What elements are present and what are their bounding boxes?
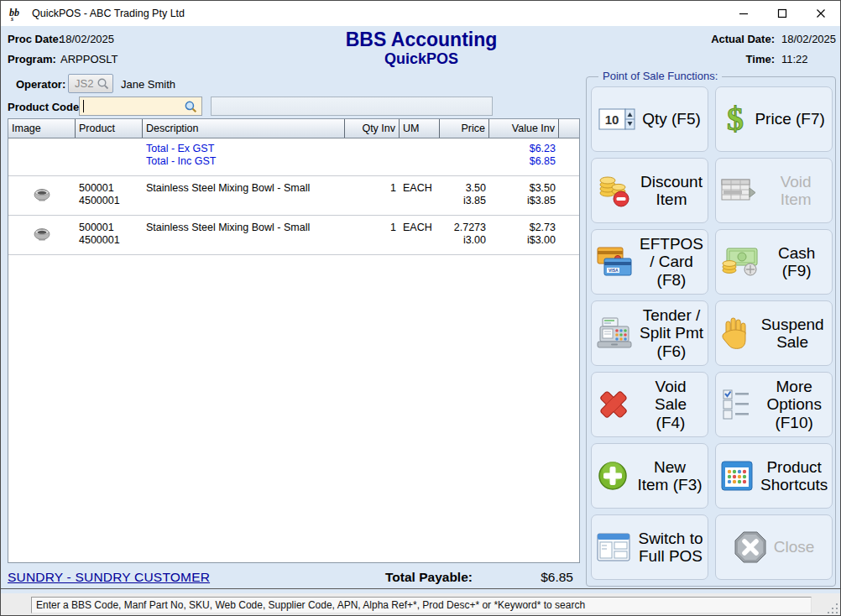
void-item-button[interactable]: Void Item [715,158,833,223]
product-thumbnail-bowl-icon [32,187,52,202]
item-um: EACH [400,182,440,207]
hand-icon [720,316,750,351]
item-price-ex: 3.50 [443,182,486,195]
app-logo-icon: bb s [8,5,25,22]
new-item-button[interactable]: New Item (F3) [591,443,708,509]
operator-code-field[interactable]: JS2 [68,74,113,93]
dollar-icon: $ [723,102,748,137]
column-header-filler [559,119,579,138]
red-x-icon [596,387,631,422]
quickpos-window: bb s QuickPOS - ABC Trading Pty Ltd Proc… [0,0,841,616]
total-inc-gst-label: Total - Inc GST [143,155,345,168]
coins-discount-icon [596,173,633,208]
item-value-ex: $3.50 [493,182,556,195]
item-description: Stainless Steel Mixing Bowl - Small [143,182,345,207]
product-code-1: 500001 [79,182,139,195]
switch-full-pos-button[interactable]: Switch to Full POS [591,514,708,580]
close-octagon-icon [734,530,767,564]
actual-date-value: 18/02/2025 [781,33,836,45]
product-thumbnail-bowl-icon [32,227,52,242]
column-header-value-inv[interactable]: Value Inv [489,119,559,138]
column-header-product[interactable]: Product [76,119,143,138]
minimize-button[interactable] [724,1,763,26]
pos-functions-legend: Point of Sale Functions: [598,70,722,82]
shortcut-grid-icon [720,460,754,492]
maximize-button[interactable] [763,1,802,26]
eftpos-card-button[interactable]: VISA EFTPOS / Card (F8) [591,229,708,295]
column-header-price[interactable]: Price [440,119,489,138]
totals-section: Total - Ex GST $6.23 Total - Inc GST $6.… [8,138,579,176]
total-ex-gst-value: $6.23 [489,143,559,155]
item-value-ex: $2.73 [493,222,556,234]
svg-text:$: $ [727,102,744,137]
actual-date-label: Actual Date: [674,33,775,45]
more-options-button[interactable]: More Options (F10) [715,372,833,437]
resize-grip-icon[interactable] [827,603,838,613]
pos-functions-group: Point of Sale Functions: 10 Qty (F5) [586,76,836,587]
svg-text:10: 10 [605,112,619,127]
close-icon [816,8,826,18]
statusbar-divider [1,588,841,589]
tender-split-button[interactable]: Tender / Split Pmt (F6) [591,300,708,366]
table-row[interactable]: 5000014500001 Stainless Steel Mixing Bow… [8,216,579,255]
window-title: QuickPOS - ABC Trading Pty Ltd [32,8,185,19]
product-shortcuts-button[interactable]: Product Shortcuts [715,443,833,509]
close-window-button[interactable] [802,1,840,26]
column-header-description[interactable]: Description [143,119,345,138]
column-header-um[interactable]: UM [400,119,440,138]
cash-icon [720,247,759,277]
total-payable-label: Total Payable: [385,570,473,585]
item-qty: 1 [345,222,400,247]
credit-cards-icon: VISA [596,246,633,278]
void-sale-button[interactable]: Void Sale (F4) [591,372,708,437]
time-value: 11:22 [781,53,808,65]
operator-label: Operator: [16,78,65,91]
title-bar: bb s QuickPOS - ABC Trading Pty Ltd [1,1,840,26]
svg-text:VISA: VISA [609,268,619,273]
discount-item-button[interactable]: Discount Item [591,158,708,223]
operator-lookup-icon[interactable] [97,77,110,91]
cash-button[interactable]: Cash (F9) [715,229,833,295]
minimize-icon [739,8,749,18]
product-code-label: Product Code: [8,101,83,113]
status-message: Enter a BBS Code, Manf Part No, SKU, Web… [31,597,812,613]
cash-register-icon [596,316,633,351]
product-code-2: 4500001 [79,195,139,207]
customer-link[interactable]: SUNDRY - SUNDRY CUSTOMER [8,570,210,585]
item-value-inc: i$3.00 [493,234,556,247]
checklist-icon [720,388,754,421]
total-inc-gst-value: $6.85 [489,155,559,168]
void-item-icon [720,176,757,205]
table-row[interactable]: 5000014500001 Stainless Steel Mixing Bow… [8,176,579,216]
suspend-sale-button[interactable]: Suspend Sale [715,300,833,366]
table-header: Image Product Description Qty Inv UM Pri… [8,119,579,138]
text-caret [83,100,84,112]
column-header-qty-inv[interactable]: Qty Inv [345,119,400,138]
item-price-ex: 2.7273 [443,222,486,234]
item-value-inc: i$3.85 [493,195,556,207]
product-lookup-icon[interactable] [184,100,198,114]
item-price-inc: i3.00 [443,234,486,247]
sale-items-table: Image Product Description Qty Inv UM Pri… [8,118,580,563]
column-header-image[interactable]: Image [8,119,76,138]
time-label: Time: [674,53,775,65]
item-um: EACH [400,222,440,247]
qty-button[interactable]: 10 Qty (F5) [591,86,708,152]
close-button[interactable]: Close [715,514,833,580]
svg-text:s: s [10,15,13,22]
item-price-inc: i3.85 [443,195,486,207]
green-plus-icon [596,459,629,493]
product-code-2: 4500001 [79,234,139,247]
product-description-display [211,97,493,116]
window-icon [596,532,631,562]
item-description: Stainless Steel Mixing Bowl - Small [143,222,345,247]
operator-name: Jane Smith [121,78,175,91]
price-button[interactable]: $ Price (F7) [715,86,833,152]
product-code-1: 500001 [79,222,139,234]
total-payable-value: $6.85 [489,570,573,585]
status-bar: Enter a BBS Code, Manf Part No, SKU, Web… [1,593,840,616]
item-qty: 1 [345,182,400,207]
operator-code-value: JS2 [75,77,93,90]
product-code-input[interactable] [79,97,202,116]
maximize-icon [777,8,787,18]
